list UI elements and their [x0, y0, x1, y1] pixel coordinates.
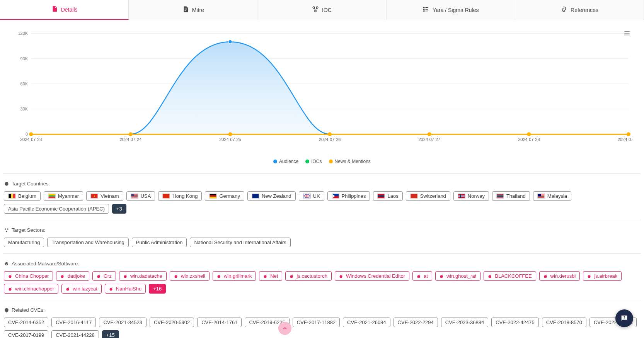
- malware-tag[interactable]: at: [412, 271, 432, 281]
- malware-label: win.lazycat: [73, 286, 97, 291]
- cve-tag[interactable]: CVE-2023-36884: [441, 318, 488, 327]
- cve-tag[interactable]: CVE-2021-34523: [99, 318, 146, 327]
- cve-tag[interactable]: CVE-2021-44228: [51, 330, 99, 338]
- svg-rect-4: [184, 10, 186, 11]
- ioc-icon: [312, 6, 319, 14]
- country-tag[interactable]: Hong Kong: [158, 191, 202, 201]
- legend-item[interactable]: Audience: [273, 159, 298, 164]
- tab-details[interactable]: Details: [0, 0, 129, 20]
- help-button[interactable]: ?: [615, 309, 633, 327]
- cve-tag[interactable]: CVE-2022-2294: [394, 318, 438, 327]
- malware-tag[interactable]: js.airbreak: [583, 271, 622, 281]
- malware-more[interactable]: +16: [149, 284, 166, 294]
- sector-tag[interactable]: Public Administration: [132, 238, 187, 247]
- tab-label: Details: [61, 7, 78, 13]
- cve-tag[interactable]: CVE-2021-26084: [343, 318, 390, 327]
- country-label: Laos: [387, 194, 398, 199]
- country-tag[interactable]: Laos: [373, 191, 402, 201]
- malware-tag[interactable]: Net: [259, 271, 282, 281]
- country-tag[interactable]: Thailand: [492, 191, 530, 201]
- country-tag[interactable]: New Zealand: [247, 191, 296, 201]
- tab-yara[interactable]: Yara / Sigma Rules: [387, 0, 515, 20]
- malware-tag[interactable]: NanHaiShu: [105, 284, 146, 294]
- cve-tag[interactable]: CVE-2017-0199: [4, 330, 48, 338]
- svg-rect-95: [220, 274, 220, 275]
- tab-label: Yara / Sigma Rules: [433, 7, 479, 13]
- svg-point-9: [424, 9, 424, 10]
- country-tag[interactable]: Asia Pacific Economic Cooperation (APEC): [4, 204, 109, 214]
- svg-point-82: [6, 231, 7, 232]
- country-tag[interactable]: Malaysia: [533, 191, 571, 201]
- malware-tag[interactable]: Windows Credential Editor: [335, 271, 409, 281]
- cve-tag[interactable]: CVE-2022-42475: [491, 318, 538, 327]
- tabs-bar: DetailsMitreIOCYara / Sigma RulesReferen…: [0, 0, 644, 20]
- svg-point-36: [228, 40, 232, 44]
- svg-rect-43: [49, 195, 55, 197]
- country-tag[interactable]: Germany: [205, 191, 244, 201]
- svg-rect-55: [210, 195, 216, 197]
- svg-point-31: [228, 132, 232, 136]
- sector-tag[interactable]: Manufacturing: [4, 238, 44, 247]
- tab-label: References: [571, 7, 598, 13]
- tab-mitre[interactable]: Mitre: [129, 0, 257, 20]
- countries-more[interactable]: +3: [112, 204, 126, 214]
- malware-label: win.zxshell: [181, 273, 205, 279]
- cve-tag[interactable]: CVE-2014-6352: [4, 318, 48, 327]
- svg-rect-51: [131, 197, 138, 198]
- cve-tag[interactable]: CVE-2014-1761: [197, 318, 242, 327]
- cve-tag[interactable]: CVE-2017-11882: [293, 318, 340, 327]
- sector-tag[interactable]: National Security and International Affa…: [190, 238, 290, 247]
- country-tag[interactable]: Myanmar: [44, 191, 83, 201]
- country-tag[interactable]: Norway: [453, 191, 489, 201]
- bomb-icon: [217, 274, 221, 279]
- malware-tag[interactable]: win.grillmark: [213, 271, 256, 281]
- bomb-icon: [174, 274, 179, 279]
- legend-item[interactable]: News & Mentions: [329, 159, 371, 164]
- malware-tag[interactable]: China Chopper: [4, 271, 53, 281]
- malware-tag[interactable]: Orz: [92, 271, 116, 281]
- malware-tag[interactable]: win.lazycat: [61, 284, 102, 294]
- country-tag[interactable]: Belgium: [4, 191, 41, 201]
- sector-tag[interactable]: Transportation and Warehousing: [47, 238, 128, 247]
- malware-tag[interactable]: win.chinachopper: [4, 284, 58, 294]
- country-label: Germany: [219, 194, 240, 199]
- section-target-sectors: Target Sectors: ManufacturingTransportat…: [3, 220, 641, 253]
- svg-point-104: [440, 275, 443, 278]
- countries-tag-row: BelgiumMyanmar★VietnamUSAHong KongGerman…: [3, 191, 641, 214]
- malware-label: dadjoke: [67, 273, 85, 279]
- legend-dot: [273, 160, 277, 163]
- malware-tag[interactable]: dadjoke: [56, 271, 89, 281]
- section-target-countries: Target Countries: BelgiumMyanmar★Vietnam…: [3, 173, 641, 220]
- malware-tag[interactable]: BLACKCOFFEE: [484, 271, 536, 281]
- country-tag[interactable]: Switzerland: [406, 191, 450, 201]
- svg-rect-42: [49, 194, 55, 195]
- cve-tag[interactable]: CVE-2020-5902: [150, 318, 194, 327]
- legend-item[interactable]: IOCs: [305, 159, 322, 164]
- svg-point-84: [9, 275, 12, 278]
- svg-rect-57: [252, 194, 259, 198]
- malware-tag[interactable]: win.ghost_rat: [435, 271, 480, 281]
- tab-ioc[interactable]: IOC: [257, 0, 386, 20]
- country-label: Myanmar: [58, 194, 79, 199]
- malware-tag[interactable]: js.cactustorch: [285, 271, 331, 281]
- country-tag[interactable]: ★Vietnam: [86, 191, 123, 201]
- svg-point-96: [264, 275, 267, 278]
- cves-more[interactable]: +15: [102, 330, 119, 338]
- svg-text:2024-07-26: 2024-07-26: [319, 137, 341, 142]
- cve-tag[interactable]: CVE-2018-8570: [542, 318, 586, 327]
- country-tag[interactable]: USA: [126, 191, 155, 201]
- malware-tag[interactable]: win.dadstache: [119, 271, 167, 281]
- cve-tag[interactable]: CVE-2016-4117: [51, 318, 96, 327]
- tab-refs[interactable]: References: [515, 0, 644, 20]
- scroll-top-button[interactable]: [278, 322, 291, 335]
- svg-rect-44: [49, 197, 55, 198]
- country-tag[interactable]: UK: [299, 191, 324, 201]
- chart-menu-icon[interactable]: [624, 30, 630, 38]
- bomb-icon: [8, 274, 13, 279]
- malware-label: win.derusbi: [550, 273, 576, 279]
- country-tag[interactable]: Philippines: [327, 191, 370, 201]
- svg-rect-54: [210, 194, 216, 195]
- malware-tag[interactable]: win.derusbi: [539, 271, 580, 281]
- malware-tag[interactable]: win.zxshell: [170, 271, 210, 281]
- svg-text:2024-07-23: 2024-07-23: [20, 137, 42, 142]
